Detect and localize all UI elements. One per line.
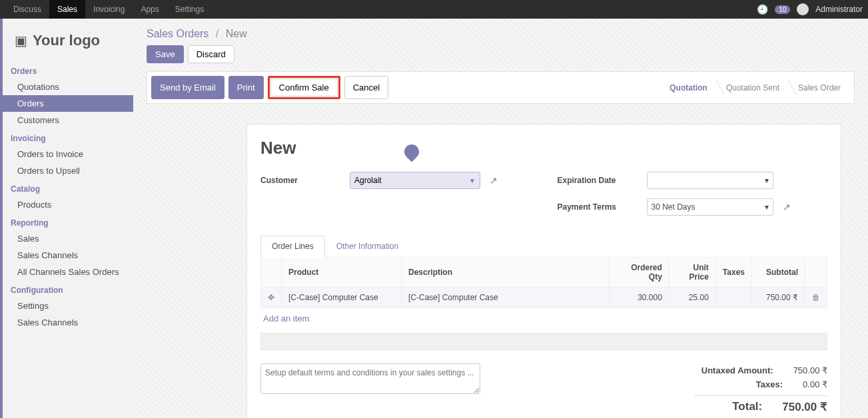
confirm-sale-button[interactable]: Confirm Sale: [270, 79, 338, 97]
chevron-down-icon: ▾: [765, 202, 769, 212]
drag-handle-icon[interactable]: ✥: [268, 293, 274, 302]
section-reporting: Reporting: [3, 213, 133, 230]
avatar[interactable]: [797, 3, 809, 15]
col-taxes: Taxes: [715, 258, 751, 288]
status-bar: Send by Email Print Confirm Sale Cancel …: [147, 71, 855, 104]
tab-other-information[interactable]: Other Information: [325, 236, 410, 257]
trash-icon[interactable]: 🗑: [812, 293, 820, 302]
sidebar-item-orders-to-invoice[interactable]: Orders to Invoice: [3, 146, 133, 162]
cell-taxes[interactable]: [715, 288, 751, 308]
sidebar-item-sales[interactable]: Sales: [3, 230, 133, 247]
camera-icon: ▣: [15, 33, 27, 49]
logo: ▣ Your logo: [3, 25, 133, 61]
stage-quotation[interactable]: Quotation: [660, 79, 717, 97]
cancel-button[interactable]: Cancel: [344, 76, 388, 99]
send-email-button[interactable]: Send by Email: [151, 76, 224, 99]
chevron-down-icon: ▾: [765, 176, 769, 185]
topnav-sales[interactable]: Sales: [49, 0, 85, 19]
top-navbar: Discuss Sales Invoicing Apps Settings 🕘 …: [0, 0, 868, 19]
sidebar-item-settings[interactable]: Settings: [3, 298, 133, 314]
external-link-icon[interactable]: ↗: [490, 175, 498, 186]
stage-sales-order[interactable]: Sales Order: [789, 79, 850, 97]
messages-badge[interactable]: 10: [775, 5, 790, 14]
order-lines-grid: Product Description Ordered Qty Unit Pri…: [260, 257, 827, 308]
topnav-settings[interactable]: Settings: [167, 0, 212, 19]
section-configuration: Configuration: [3, 280, 133, 298]
topnav-invoicing[interactable]: Invoicing: [85, 0, 133, 19]
clock-icon[interactable]: 🕘: [757, 4, 768, 15]
tab-order-lines[interactable]: Order Lines: [260, 236, 325, 258]
customer-combo[interactable]: ▼: [350, 172, 480, 189]
expiration-label: Expiration Date: [558, 176, 638, 185]
logo-text: Your logo: [33, 32, 100, 49]
section-orders: Orders: [3, 61, 133, 79]
cell-unit-price[interactable]: 25.00: [669, 288, 715, 308]
form-sheet: New Customer ▼ ↗: [246, 124, 841, 418]
sidebar-item-orders-to-upsell[interactable]: Orders to Upsell: [3, 162, 133, 179]
col-unit-price: Unit Price: [669, 258, 715, 288]
page-title: New: [260, 138, 827, 158]
total-value: 750.00 ₹: [782, 400, 827, 414]
terms-textarea[interactable]: [260, 363, 480, 394]
chevron-down-icon: ▼: [469, 177, 476, 184]
cell-product[interactable]: [C-Case] Computer Case: [282, 288, 402, 308]
breadcrumb-current: New: [226, 28, 247, 39]
breadcrumb-parent[interactable]: Sales Orders: [147, 28, 209, 39]
stage-quotation-sent[interactable]: Quotation Sent: [717, 79, 789, 97]
col-product: Product: [282, 258, 402, 288]
user-name[interactable]: Administrator: [815, 5, 863, 14]
topnav-apps[interactable]: Apps: [133, 0, 167, 19]
highlight-confirm: Confirm Sale: [268, 76, 340, 99]
sidebar-item-orders[interactable]: Orders: [3, 95, 133, 112]
taxes-value: 0.00 ₹: [803, 379, 827, 389]
sidebar-item-sales-channels[interactable]: Sales Channels: [3, 247, 133, 264]
sidebar-item-quotations[interactable]: Quotations: [3, 79, 133, 95]
untaxed-label: Untaxed Amount:: [701, 365, 773, 375]
discard-button[interactable]: Discard: [188, 45, 234, 63]
stage-bar: Quotation Quotation Sent Sales Order: [660, 79, 850, 97]
col-description: Description: [402, 258, 610, 288]
add-item-link[interactable]: Add an item: [260, 308, 827, 329]
sidebar-item-products[interactable]: Products: [3, 196, 133, 213]
section-invoicing: Invoicing: [3, 128, 133, 146]
cell-description[interactable]: [C-Case] Computer Case: [402, 288, 610, 308]
customer-input[interactable]: [354, 176, 448, 185]
payment-terms-label: Payment Terms: [558, 202, 638, 212]
table-row[interactable]: ✥ [C-Case] Computer Case [C-Case] Comput…: [261, 288, 827, 308]
sidebar-item-customers[interactable]: Customers: [3, 112, 133, 128]
breadcrumb: Sales Orders / New: [147, 28, 855, 40]
cell-qty[interactable]: 30.000: [609, 288, 669, 308]
customer-label: Customer: [260, 176, 340, 185]
total-label: Total:: [732, 400, 762, 414]
sidebar: ▣ Your logo Orders Quotations Orders Cus…: [0, 19, 133, 418]
cell-subtotal: 750.00 ₹: [752, 288, 805, 308]
print-button[interactable]: Print: [228, 76, 264, 99]
expiration-date-field[interactable]: ▾: [647, 172, 773, 189]
save-button[interactable]: Save: [147, 45, 184, 63]
sidebar-item-config-channels[interactable]: Sales Channels: [3, 314, 133, 331]
payment-terms-field[interactable]: 30 Net Days ▾: [647, 198, 773, 216]
external-link-icon[interactable]: ↗: [783, 202, 791, 212]
grid-footer-strip: [260, 333, 827, 350]
taxes-label: Taxes:: [756, 379, 783, 389]
section-catalog: Catalog: [3, 179, 133, 196]
topnav-discuss[interactable]: Discuss: [5, 0, 49, 19]
col-ordered-qty: Ordered Qty: [609, 258, 669, 288]
sidebar-item-all-channels[interactable]: All Channels Sales Orders: [3, 264, 133, 280]
col-subtotal: Subtotal: [752, 258, 805, 288]
totals: Untaxed Amount:750.00 ₹ Taxes:0.00 ₹ Tot…: [694, 363, 827, 414]
untaxed-value: 750.00 ₹: [793, 365, 827, 375]
